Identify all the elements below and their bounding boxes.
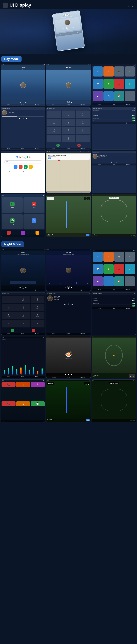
night-bt-play[interactable]: ⏸: [68, 303, 69, 305]
key-hash[interactable]: #: [76, 135, 90, 142]
night-app-wechat[interactable]: 💬: [93, 264, 103, 274]
key-3[interactable]: 3DEF: [76, 110, 90, 118]
night-cp-phone[interactable]: 📞: [2, 382, 16, 387]
night-key-0[interactable]: 0+: [16, 320, 30, 328]
app-files[interactable]: 📁: [104, 79, 114, 89]
night-key-7[interactable]: 7PQRS: [2, 312, 16, 320]
menu-icon[interactable]: [3, 3, 8, 8]
np-prev[interactable]: ⏮: [85, 198, 86, 200]
night-next-2[interactable]: ⏭: [71, 286, 72, 288]
night-setting-auto-answer[interactable]: Auto answer: [92, 299, 136, 302]
play-btn-1[interactable]: ▶: [22, 101, 24, 103]
night-np-play[interactable]: ▶: [86, 384, 87, 385]
night-app-video[interactable]: ▶: [93, 276, 103, 286]
carplay-phone[interactable]: 📞 Phone: [2, 197, 23, 213]
night-play-1[interactable]: ⏸: [22, 286, 24, 288]
night-setting-auto-connect[interactable]: Auto connect: [92, 302, 136, 305]
app-cal[interactable]: 📅: [114, 91, 124, 101]
shortcut-maps[interactable]: 📍: [18, 165, 22, 169]
night-key-5[interactable]: 5JKL: [16, 304, 30, 311]
bt-play[interactable]: ⏸: [22, 117, 24, 119]
carplay-maps[interactable]: 🗺 Maps: [24, 214, 44, 230]
hero-play-btn[interactable]: ▶: [66, 26, 70, 30]
key-star[interactable]: *: [47, 135, 61, 142]
carplay-music[interactable]: ♫ Music: [24, 197, 44, 213]
night-cp-phone2[interactable]: 📞: [2, 401, 16, 406]
hero-next-btn[interactable]: ⏭: [72, 26, 74, 29]
night-app-files[interactable]: 📁: [104, 264, 114, 274]
bt-prev[interactable]: ⏮: [19, 117, 20, 119]
end-call-btn[interactable]: 📵: [77, 144, 81, 147]
night-app-photos[interactable]: 📷: [114, 252, 124, 262]
bt-progress[interactable]: [2, 116, 44, 116]
shortcut-youtube[interactable]: ▶: [24, 165, 28, 169]
night-prev-2[interactable]: ⏮: [65, 286, 66, 288]
key-4[interactable]: 4GHI: [47, 118, 61, 126]
app-video[interactable]: ▶: [93, 91, 103, 101]
night-app-more[interactable]: ⋯: [125, 276, 135, 286]
setting-auto-answer[interactable]: Auto answer: [92, 114, 136, 117]
night-power-toggle[interactable]: [132, 305, 135, 306]
key-6[interactable]: 6MNO: [76, 118, 90, 126]
next-btn-2[interactable]: ⏭: [71, 102, 72, 103]
setting-auto-connect[interactable]: Auto connect: [92, 117, 136, 120]
night-cp-music[interactable]: ♫: [16, 382, 30, 387]
dock-phone[interactable]: 📞: [7, 231, 10, 235]
night-app-bt[interactable]: ⚡: [125, 264, 135, 274]
app-wechat[interactable]: 💬: [93, 79, 103, 89]
night-key-star[interactable]: *: [2, 320, 16, 328]
night-play-2[interactable]: ⏸: [67, 286, 70, 288]
night-setting-power[interactable]: Power: [92, 305, 136, 307]
app-music[interactable]: ♫: [104, 66, 114, 76]
app-photos[interactable]: 📷: [114, 66, 124, 76]
night-auto-connect-toggle[interactable]: [132, 302, 135, 304]
food-play[interactable]: ▶: [68, 374, 69, 376]
night-key-6[interactable]: 6MNO: [30, 304, 44, 311]
app-map[interactable]: 🗺: [104, 91, 114, 101]
night-app-settings[interactable]: ⚙: [125, 252, 135, 262]
auto-connect-toggle[interactable]: [132, 117, 135, 119]
night-auto-answer-toggle[interactable]: [132, 300, 135, 301]
night-cp-msg[interactable]: 💬: [30, 401, 44, 406]
night-prev-1[interactable]: ⏮: [19, 286, 21, 288]
night-app-music[interactable]: ♫: [104, 252, 114, 262]
night-key-4[interactable]: 4GHI: [2, 304, 16, 311]
bt-next[interactable]: ⏭: [26, 117, 27, 119]
carplay-messages[interactable]: 💬 Messages: [2, 214, 23, 230]
nav-icon[interactable]: ⋮⋮⋮: [123, 3, 134, 7]
night-cp-spotify[interactable]: ♫: [16, 401, 30, 406]
app-settings[interactable]: ⚙: [125, 66, 135, 76]
food-prev[interactable]: ⏮: [65, 374, 66, 376]
night-next-1[interactable]: ⏭: [26, 286, 27, 288]
social-next[interactable]: ⏭: [116, 161, 118, 163]
map-go-btn[interactable]: GO: [48, 158, 51, 159]
night-app-telegram[interactable]: ✈: [93, 252, 103, 262]
waze-go-btn[interactable]: GO: [86, 234, 90, 236]
night-bt-progress[interactable]: [47, 302, 90, 302]
night-key-2[interactable]: 2ABC: [16, 296, 30, 303]
google-search-bar[interactable]: 🔍 Search...: [4, 160, 42, 163]
prev-btn-2[interactable]: ⏮: [65, 102, 66, 103]
prev-btn-1[interactable]: ⏮: [19, 102, 21, 103]
dock-spotify[interactable]: ♫: [36, 231, 40, 235]
key-9[interactable]: 9WXYZ: [76, 127, 90, 134]
night-end-btn[interactable]: 📵: [32, 329, 35, 332]
night-key-hash[interactable]: #: [30, 320, 44, 328]
night-np-prev[interactable]: ⏮: [85, 384, 86, 385]
key-2[interactable]: 2ABC: [62, 110, 76, 118]
key-0[interactable]: 0+: [62, 135, 76, 142]
night-call-btn[interactable]: 📞: [11, 329, 14, 332]
night-cp-podcast[interactable]: 🎙: [30, 382, 44, 387]
night-app-map[interactable]: 🗺: [104, 276, 114, 286]
night-np-next[interactable]: ⏭: [88, 384, 89, 385]
night-key-8[interactable]: 8TUV: [16, 312, 30, 320]
shortcut-gmail[interactable]: ✉: [29, 165, 32, 169]
key-1[interactable]: 1: [47, 110, 61, 118]
np-next[interactable]: ⏭: [88, 198, 89, 200]
next-btn-1[interactable]: ⏭: [26, 102, 27, 103]
night-key-9[interactable]: 9WXYZ: [30, 312, 44, 320]
night-waze-go[interactable]: GO: [86, 419, 90, 421]
setting-power[interactable]: Power: [92, 120, 136, 122]
google-icon-menu[interactable]: ⋯: [37, 170, 38, 172]
social-prev[interactable]: ⏮: [110, 161, 112, 163]
